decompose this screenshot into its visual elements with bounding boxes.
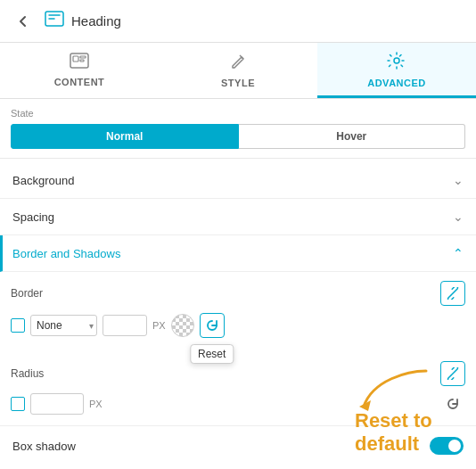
border-link-icon-button[interactable] (440, 281, 465, 306)
spacing-chevron-icon: ⌄ (453, 210, 464, 224)
radius-section: Radius PX (0, 356, 476, 425)
panel-header: Heading (0, 0, 476, 43)
border-reset-button[interactable]: Reset (200, 313, 225, 338)
border-px-label: PX (152, 320, 166, 331)
tab-content[interactable]: CONTENT (0, 43, 159, 98)
content-tab-label: CONTENT (54, 77, 105, 87)
radius-input[interactable] (30, 393, 84, 415)
accordion-spacing[interactable]: Spacing ⌄ (0, 199, 476, 235)
heading-icon (45, 11, 64, 31)
reset-tooltip: Reset (190, 344, 234, 364)
style-tab-label: STYLE (221, 78, 255, 88)
tabs-bar: CONTENT STYLE ADVANCED (0, 43, 476, 99)
radius-checkbox[interactable] (11, 397, 25, 411)
radius-px-label: PX (89, 399, 103, 409)
background-chevron-icon: ⌄ (453, 173, 464, 187)
advanced-tab-icon (387, 52, 406, 74)
border-field-label: Border (11, 287, 43, 300)
svg-rect-3 (80, 56, 86, 58)
radius-inputs-row: PX (11, 391, 465, 416)
border-accordion-label: Border and Shadows (12, 247, 120, 260)
style-tab-icon (229, 52, 247, 74)
divider-1 (0, 158, 476, 159)
radius-label-row: Radius (11, 361, 465, 386)
radius-link-icon-button[interactable] (440, 361, 465, 386)
border-label-row: Border (11, 281, 465, 306)
state-normal-button[interactable]: Normal (11, 124, 239, 149)
border-chevron-icon: ⌃ (453, 246, 464, 260)
advanced-tab-label: ADVANCED (367, 78, 426, 88)
radius-label: Radius (11, 367, 44, 380)
box-shadow-toggle[interactable] (430, 437, 464, 455)
svg-point-5 (394, 58, 399, 63)
box-shadow-row: Box shadow (0, 425, 476, 465)
border-width-input[interactable] (103, 315, 147, 336)
state-section: State Normal Hover (0, 99, 476, 154)
border-inputs-row: None Solid Dashed Dotted PX Reset (11, 313, 465, 338)
svg-rect-4 (80, 60, 84, 62)
radius-reset-button[interactable] (440, 391, 465, 416)
main-content-area: State Normal Hover Background ⌄ Spacing … (0, 99, 476, 465)
spacing-accordion-label: Spacing (12, 210, 54, 224)
accordion-background[interactable]: Background ⌄ (0, 162, 476, 199)
back-button[interactable] (11, 9, 36, 34)
state-buttons-group: Normal Hover (11, 124, 465, 149)
accordion-border-shadows[interactable]: Border and Shadows ⌃ (0, 235, 476, 272)
tab-advanced[interactable]: ADVANCED (317, 43, 476, 98)
content-tab-icon (70, 53, 89, 73)
panel-title: Heading (71, 13, 121, 29)
border-style-select-wrapper: None Solid Dashed Dotted (30, 315, 97, 336)
border-color-swatch[interactable] (171, 314, 194, 337)
border-style-select[interactable]: None Solid Dashed Dotted (30, 315, 97, 336)
background-accordion-label: Background (12, 174, 74, 187)
state-label: State (11, 108, 465, 119)
svg-rect-2 (73, 56, 78, 62)
border-section-content: Border None Solid Dashed Dotted (0, 272, 476, 356)
box-shadow-label: Box shadow (12, 440, 76, 453)
tab-style[interactable]: STYLE (159, 43, 317, 98)
border-checkbox[interactable] (11, 318, 25, 333)
state-hover-button[interactable]: Hover (239, 124, 466, 149)
